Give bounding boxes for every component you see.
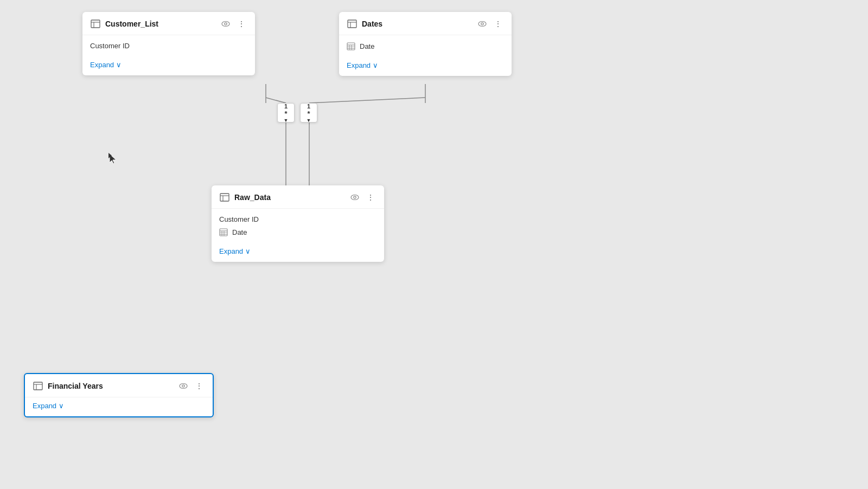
customer-list-table-icon [90, 18, 101, 29]
table-card-financial-years[interactable]: Financial Years ⋮ Expand ∨ [24, 373, 214, 417]
dates-table-icon [347, 18, 358, 29]
raw-date-label: Date [232, 228, 247, 236]
financial-years-title: Financial Years [48, 382, 173, 390]
svg-line-3 [309, 98, 425, 103]
customer-list-eye-button[interactable] [219, 18, 232, 29]
dates-expand-button[interactable]: Expand ∨ [347, 61, 378, 69]
raw-data-fields: Customer ID Date [212, 209, 384, 243]
svg-point-15 [481, 23, 483, 25]
svg-line-0 [266, 98, 286, 103]
dates-expand-row: Expand ∨ [339, 57, 512, 76]
dates-header: Dates ⋮ [339, 12, 512, 35]
svg-rect-27 [220, 229, 227, 236]
more-icon: ⋮ [238, 20, 245, 28]
customer-id-label: Customer ID [90, 42, 130, 50]
svg-point-10 [225, 23, 227, 25]
financial-years-expand-button[interactable]: Expand ∨ [33, 402, 64, 410]
dates-chevron-icon: ∨ [373, 61, 378, 69]
dates-fields: Date [339, 35, 512, 57]
rel-badge-top-2: 1 [307, 103, 310, 110]
raw-data-expand-button[interactable]: Expand ∨ [219, 247, 251, 255]
raw-data-table-icon [219, 192, 230, 203]
customer-list-expand-button[interactable]: Expand ∨ [90, 61, 122, 69]
svg-rect-16 [347, 43, 355, 50]
dates-actions: ⋮ [476, 18, 504, 29]
customer-list-title: Customer_List [105, 20, 215, 28]
dates-more-button[interactable]: ⋮ [492, 18, 504, 29]
customer-list-more-button[interactable]: ⋮ [235, 18, 247, 29]
field-row-customer-id: Customer ID [90, 40, 247, 52]
table-card-raw-data[interactable]: Raw_Data ⋮ Customer ID [212, 185, 384, 262]
raw-data-expand-label: Expand [219, 247, 243, 255]
financial-years-more-button[interactable]: ⋮ [193, 381, 205, 391]
table-card-customer-list[interactable]: Customer_List ⋮ Customer ID Expand [82, 12, 255, 75]
svg-rect-6 [91, 20, 100, 28]
financial-years-header: Financial Years ⋮ [25, 374, 213, 397]
financial-years-actions: ⋮ [177, 381, 205, 391]
svg-point-36 [180, 384, 187, 389]
svg-rect-33 [34, 382, 42, 390]
raw-data-actions: ⋮ [348, 192, 376, 203]
raw-customer-id-label: Customer ID [219, 215, 259, 223]
financial-years-expand-label: Expand [33, 402, 56, 410]
svg-point-14 [478, 22, 486, 27]
customer-list-chevron-icon: ∨ [116, 61, 122, 69]
relationship-badge-2: 1 * ▼ [300, 103, 317, 123]
date-label: Date [360, 42, 374, 50]
svg-rect-11 [348, 20, 356, 28]
financial-years-expand-row: Expand ∨ [25, 397, 213, 416]
raw-data-expand-row: Expand ∨ [212, 243, 384, 262]
dates-expand-label: Expand [347, 61, 371, 69]
financial-years-chevron-icon: ∨ [59, 402, 64, 410]
customer-list-actions: ⋮ [219, 18, 247, 29]
svg-rect-22 [220, 194, 229, 201]
rel-badge-top-1: 1 [284, 103, 288, 110]
mouse-cursor [108, 153, 115, 159]
customer-list-fields: Customer ID [82, 35, 255, 56]
raw-date-calendar-icon [219, 228, 228, 236]
raw-data-chevron-icon: ∨ [245, 247, 251, 255]
financial-years-more-icon: ⋮ [195, 382, 203, 390]
dates-more-icon: ⋮ [494, 20, 502, 28]
table-card-dates[interactable]: Dates ⋮ [339, 12, 512, 76]
svg-point-37 [182, 385, 184, 387]
raw-data-more-icon: ⋮ [367, 193, 374, 202]
svg-point-26 [354, 196, 356, 198]
raw-data-header: Raw_Data ⋮ [212, 185, 384, 209]
customer-list-expand-label: Expand [90, 61, 114, 69]
svg-point-25 [351, 195, 359, 200]
dates-title: Dates [362, 20, 471, 28]
financial-years-table-icon [33, 381, 43, 391]
customer-list-expand-row: Expand ∨ [82, 56, 255, 75]
raw-data-title: Raw_Data [234, 193, 344, 202]
financial-years-eye-button[interactable] [177, 381, 190, 391]
field-row-date: Date [347, 40, 504, 53]
diagram-canvas[interactable]: 1 * ▼ 1 * ▼ Customer_List [0, 0, 868, 489]
date-calendar-icon [347, 42, 355, 50]
raw-data-eye-button[interactable] [348, 192, 361, 203]
field-row-raw-customer-id: Customer ID [219, 213, 376, 226]
svg-point-9 [222, 22, 229, 27]
raw-data-more-button[interactable]: ⋮ [365, 192, 376, 203]
dates-eye-button[interactable] [476, 18, 489, 29]
relationship-badge-1: 1 * ▼ [277, 103, 295, 123]
field-row-raw-date: Date [219, 226, 376, 239]
customer-list-header: Customer_List ⋮ [82, 12, 255, 35]
